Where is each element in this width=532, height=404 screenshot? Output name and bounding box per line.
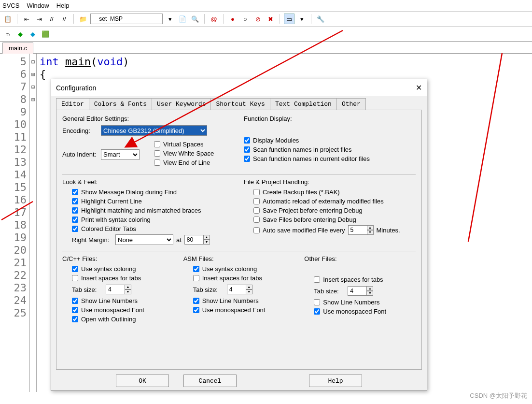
cb-view-eol[interactable] <box>154 159 160 166</box>
folder-icon[interactable]: 📁 <box>78 14 88 24</box>
cb-view-ws[interactable] <box>154 150 160 157</box>
toolbar-1: 📋 ⇤ ⇥ // // 📁 ▾ 📄 🔍 @ ● ○ ⊘ ✖ ▭ ▾ 🔧 <box>0 12 532 27</box>
dialog-body: General Editor Settings: Encoding: Chine… <box>56 110 422 370</box>
cb-hl-line[interactable] <box>72 198 78 204</box>
cancel-button[interactable]: Cancel <box>183 375 237 387</box>
cb-other-ins[interactable] <box>314 276 320 283</box>
menu-window[interactable]: Window <box>27 2 49 9</box>
menu-bar: SVCS Window Help <box>0 0 532 12</box>
general-title: General Editor Settings: <box>62 115 234 122</box>
dropdown-icon[interactable]: ▾ <box>165 14 175 24</box>
asm-tabsize-input[interactable] <box>227 285 246 294</box>
tab-editor[interactable]: Editor <box>56 98 89 110</box>
cb-reload[interactable] <box>253 198 260 204</box>
indent-left-icon[interactable]: ⇤ <box>21 14 32 24</box>
cb-other-ln[interactable] <box>314 299 320 305</box>
comment-icon[interactable]: // <box>46 14 57 24</box>
fold-column: ⊟⊞⊞⊟ <box>30 54 37 392</box>
dialog-titlebar: Configuration ✕ <box>51 79 427 96</box>
other-tabsize-input[interactable] <box>348 286 367 296</box>
doc-icon[interactable]: 📄 <box>177 14 188 24</box>
cb-ccpp-ins[interactable] <box>72 275 78 281</box>
tab-main-c[interactable]: main.c <box>2 43 33 54</box>
at-icon[interactable]: @ <box>209 14 219 24</box>
cb-asm-mono[interactable] <box>193 307 199 313</box>
encoding-label: Encoding: <box>62 127 101 134</box>
tab-other[interactable]: Other <box>336 98 366 110</box>
cb-ccpp-ln[interactable] <box>72 298 78 304</box>
tab-textcomp[interactable]: Text Completion <box>270 98 337 110</box>
cb-autosave[interactable] <box>253 227 260 233</box>
cb-disp-modules[interactable] <box>244 137 250 144</box>
circle-icon[interactable]: ○ <box>240 14 251 24</box>
tab-keywords[interactable]: User Keywords <box>152 98 211 110</box>
link-icon[interactable]: ⊘ <box>252 14 263 24</box>
cb-scan-proj[interactable] <box>244 146 250 153</box>
cb-virtual-spaces[interactable] <box>154 141 160 147</box>
tab-shortcut[interactable]: Shortcut Keys <box>210 98 270 110</box>
other-title: Other Files: <box>304 255 416 262</box>
cb-print-syn[interactable] <box>72 216 78 223</box>
config-dialog: Configuration ✕ Editor Colors & Fonts Us… <box>51 79 427 391</box>
rmargin-select[interactable]: None <box>115 234 173 245</box>
rmargin-label: Right Margin: <box>72 236 115 244</box>
cb-asm-ln[interactable] <box>193 298 199 304</box>
tree-icon[interactable]: ⎄ <box>2 29 13 39</box>
cb-save-files[interactable] <box>253 216 260 223</box>
asm-title: ASM Files: <box>183 255 295 262</box>
cb-save-proj[interactable] <box>253 207 260 214</box>
watermark: CSDN @太阳予野花 <box>470 391 527 400</box>
func-title: Function Display: <box>244 115 416 122</box>
ok-button[interactable]: OK <box>116 375 169 387</box>
rmargin-at-input[interactable] <box>184 235 204 245</box>
search-symbol-input[interactable] <box>90 14 163 24</box>
encoding-select[interactable]: Chinese GB2312 (Simplified) <box>101 125 207 136</box>
delete-icon[interactable]: ✖ <box>265 14 276 24</box>
binoculars-icon[interactable]: 🔍 <box>190 14 200 24</box>
cb-asm-ins[interactable] <box>193 275 199 281</box>
record-icon[interactable]: ● <box>227 14 238 24</box>
uncomment-icon[interactable]: // <box>59 14 70 24</box>
cb-bak[interactable] <box>253 189 260 195</box>
cb-other-mono[interactable] <box>314 308 320 315</box>
diamond-green-icon[interactable]: ◆ <box>15 29 26 39</box>
autosave-minutes-input[interactable] <box>348 225 367 235</box>
cb-hl-brace[interactable] <box>72 207 78 214</box>
menu-svcs[interactable]: SVCS <box>2 2 19 9</box>
ccpp-tabsize-input[interactable] <box>106 285 125 294</box>
cb-ccpp-syn[interactable] <box>72 266 78 272</box>
autoindent-select[interactable]: Smart <box>101 149 140 160</box>
panel-icon[interactable]: ▭ <box>284 14 294 24</box>
dialog-buttons: OK Cancel Help <box>51 375 427 392</box>
dialog-title: Configuration <box>56 84 96 92</box>
cb-scan-cur[interactable] <box>244 156 250 162</box>
tool-icon[interactable]: 📋 <box>2 14 13 24</box>
cb-msg-dlg[interactable] <box>72 189 78 195</box>
ccpp-title: C/C++ Files: <box>62 255 174 262</box>
indent-right-icon[interactable]: ⇥ <box>34 14 44 24</box>
diamond-blue-icon[interactable]: ◆ <box>28 29 38 39</box>
autoindent-label: Auto Indent: <box>62 151 101 158</box>
close-icon[interactable]: ✕ <box>416 83 422 92</box>
fph-title: File & Project Handling: <box>244 178 416 186</box>
cb-ccpp-outline[interactable] <box>72 316 78 322</box>
cb-col-tabs[interactable] <box>72 226 78 232</box>
cube-icon[interactable]: 🟩 <box>40 29 51 39</box>
wrench-icon[interactable]: 🔧 <box>315 14 326 24</box>
cb-ccpp-mono[interactable] <box>72 307 78 313</box>
look-title: Look & Feel: <box>62 178 234 186</box>
toolbar-2: ⎄ ◆ ◆ 🟩 <box>0 27 532 42</box>
tab-colors[interactable]: Colors & Fonts <box>89 98 152 110</box>
help-button[interactable]: Help <box>309 375 362 387</box>
dialog-tabs: Editor Colors & Fonts User Keywords Shor… <box>51 96 427 110</box>
panel-dropdown-icon[interactable]: ▾ <box>296 14 307 24</box>
menu-help[interactable]: Help <box>56 2 70 9</box>
line-numbers: 5678910111213141516171819202122232425 <box>0 54 30 392</box>
cb-asm-syn[interactable] <box>193 266 199 272</box>
file-tabs: main.c <box>0 42 532 54</box>
